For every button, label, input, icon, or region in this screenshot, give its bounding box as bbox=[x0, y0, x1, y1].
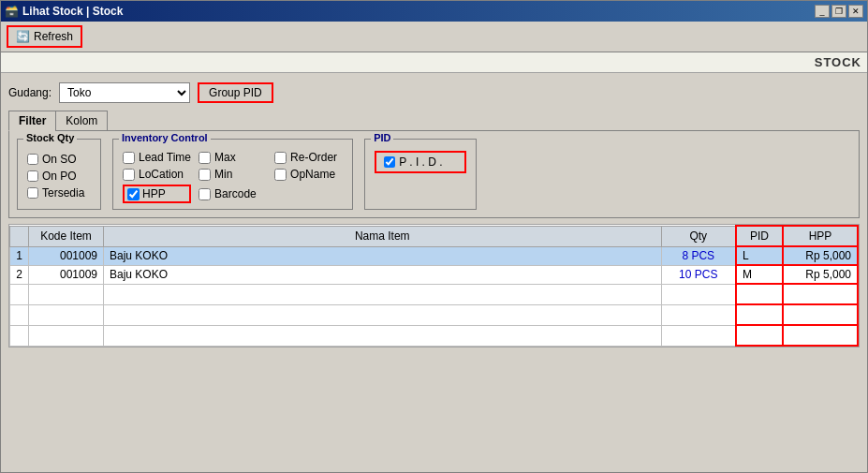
top-bar: STOCK bbox=[1, 52, 867, 73]
window-icon: 🗃️ bbox=[5, 5, 19, 18]
min-row: Min bbox=[199, 168, 267, 181]
hpp-checkbox[interactable] bbox=[127, 188, 140, 200]
cell-qty: 10 PCS bbox=[661, 265, 736, 284]
cell-nama: Baju KOKO bbox=[104, 246, 662, 265]
opname-row: OpName bbox=[274, 168, 343, 181]
tersedia-checkbox[interactable] bbox=[27, 187, 38, 199]
col-header-nama: Nama Item bbox=[104, 226, 662, 246]
cell-no: 2 bbox=[10, 265, 29, 284]
close-button[interactable]: ✕ bbox=[848, 5, 863, 18]
tabs: Filter Kolom bbox=[8, 111, 860, 131]
hpp-label: HPP bbox=[142, 187, 166, 200]
tab-filter[interactable]: Filter bbox=[8, 111, 55, 131]
cell-no: 1 bbox=[10, 246, 29, 265]
stock-qty-title: Stock Qty bbox=[23, 132, 77, 143]
on-so-label: On SO bbox=[42, 153, 77, 166]
on-po-checkbox[interactable] bbox=[27, 170, 38, 182]
table-row[interactable]: 1 001009 Baju KOKO 8 PCS L Rp 5,000 bbox=[10, 246, 859, 265]
table-row-empty bbox=[10, 325, 859, 346]
lead-time-row: Lead Time bbox=[123, 151, 191, 164]
window-title: Lihat Stock | Stock bbox=[22, 5, 123, 18]
on-po-label: On PO bbox=[42, 170, 77, 183]
cell-hpp: Rp 5,000 bbox=[783, 246, 858, 265]
cell-qty: 8 PCS bbox=[661, 246, 736, 265]
lead-time-label: Lead Time bbox=[139, 151, 191, 164]
table-row-empty bbox=[10, 284, 859, 304]
filter-panel: Stock Qty On SO On PO Tersedia bbox=[8, 130, 860, 218]
title-bar-controls: _ ❐ ✕ bbox=[815, 5, 863, 18]
col-header-hpp: HPP bbox=[783, 226, 858, 246]
re-order-row: Re-Order bbox=[274, 151, 343, 164]
re-order-checkbox[interactable] bbox=[274, 152, 287, 164]
title-bar-left: 🗃️ Lihat Stock | Stock bbox=[5, 5, 123, 18]
pid-group: PID P . I . D . bbox=[364, 139, 477, 210]
lead-time-checkbox[interactable] bbox=[123, 152, 135, 164]
table-header-row: Kode Item Nama Item Qty PID HPP bbox=[10, 226, 859, 246]
tab-kolom[interactable]: Kolom bbox=[55, 111, 108, 131]
inventory-control-title: Inventory Control bbox=[119, 132, 211, 143]
max-checkbox[interactable] bbox=[199, 152, 211, 164]
barcode-row: Barcode bbox=[199, 185, 267, 203]
refresh-button[interactable]: 🔄 Refresh bbox=[7, 25, 82, 48]
cell-hpp: Rp 5,000 bbox=[783, 265, 858, 284]
min-label: Min bbox=[214, 168, 232, 181]
pid-group-title: PID bbox=[371, 132, 393, 143]
hpp-row: HPP bbox=[123, 185, 191, 203]
max-row: Max bbox=[199, 151, 267, 164]
col-header-qty: Qty bbox=[661, 226, 736, 246]
location-row: LoCation bbox=[123, 168, 191, 181]
on-so-row: On SO bbox=[27, 153, 91, 166]
re-order-label: Re-Order bbox=[290, 151, 337, 164]
location-checkbox[interactable] bbox=[123, 169, 135, 181]
opname-checkbox[interactable] bbox=[274, 169, 287, 181]
minimize-button[interactable]: _ bbox=[815, 5, 830, 18]
opname-label: OpName bbox=[290, 168, 335, 181]
pid-button[interactable]: P . I . D . bbox=[375, 151, 466, 173]
data-table: Kode Item Nama Item Qty PID HPP 1 001009… bbox=[9, 225, 859, 347]
cell-pid: L bbox=[736, 246, 783, 265]
refresh-label: Refresh bbox=[34, 30, 73, 43]
pid-checkbox[interactable] bbox=[384, 156, 395, 168]
main-window: 🗃️ Lihat Stock | Stock _ ❐ ✕ 🔄 Refresh S… bbox=[0, 0, 868, 473]
col-header-no bbox=[10, 226, 29, 246]
inventory-control-group: Inventory Control Lead Time Max Re-Or bbox=[112, 139, 353, 210]
inventory-grid: Lead Time Max Re-Order LoCation bbox=[123, 151, 343, 203]
stock-qty-group: Stock Qty On SO On PO Tersedia bbox=[17, 139, 101, 210]
cell-nama: Baju KOKO bbox=[104, 265, 662, 284]
table-row-empty bbox=[10, 304, 859, 325]
gudang-select[interactable]: Toko bbox=[59, 82, 190, 103]
col-header-kode: Kode Item bbox=[29, 226, 104, 246]
title-bar: 🗃️ Lihat Stock | Stock _ ❐ ✕ bbox=[1, 1, 867, 22]
pid-label: P . I . D . bbox=[399, 155, 442, 169]
data-table-wrapper: Kode Item Nama Item Qty PID HPP 1 001009… bbox=[8, 224, 860, 347]
min-checkbox[interactable] bbox=[199, 169, 211, 181]
refresh-icon: 🔄 bbox=[16, 30, 30, 43]
col-header-pid: PID bbox=[736, 226, 783, 246]
tabs-container: Filter Kolom Stock Qty On SO bbox=[8, 111, 860, 218]
location-label: LoCation bbox=[139, 168, 184, 181]
cell-pid: M bbox=[736, 265, 783, 284]
table-row[interactable]: 2 001009 Baju KOKO 10 PCS M Rp 5,000 bbox=[10, 265, 859, 284]
barcode-label: Barcode bbox=[214, 187, 257, 200]
cell-kode: 001009 bbox=[29, 246, 104, 265]
tersedia-row: Tersedia bbox=[27, 186, 91, 200]
gudang-label: Gudang: bbox=[8, 86, 51, 99]
content-area: Gudang: Toko Group PID Filter Kolom Stoc… bbox=[1, 73, 867, 472]
group-pid-button[interactable]: Group PID bbox=[198, 82, 273, 103]
stock-label: STOCK bbox=[815, 55, 861, 69]
toolbar: 🔄 Refresh bbox=[1, 22, 867, 52]
barcode-checkbox[interactable] bbox=[199, 188, 211, 200]
on-so-checkbox[interactable] bbox=[27, 154, 38, 165]
gudang-row: Gudang: Toko Group PID bbox=[8, 81, 860, 105]
cell-kode: 001009 bbox=[29, 265, 104, 284]
on-po-row: On PO bbox=[27, 170, 91, 183]
tersedia-label: Tersedia bbox=[42, 186, 84, 200]
restore-button[interactable]: ❐ bbox=[831, 5, 846, 18]
max-label: Max bbox=[214, 151, 236, 164]
